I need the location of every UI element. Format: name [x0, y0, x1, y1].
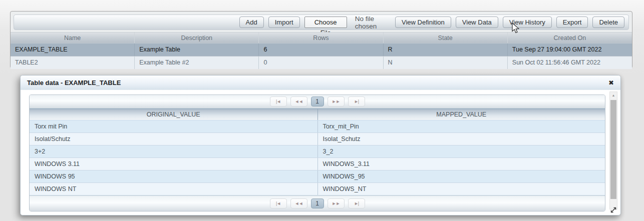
pager-bottom: |◄ ◄◄ 1 ►► ►|: [30, 196, 605, 211]
close-icon[interactable]: ✖: [608, 80, 614, 86]
export-button[interactable]: Export: [556, 16, 588, 28]
column-header-name[interactable]: Name: [11, 32, 135, 43]
pager-page-1-button[interactable]: 1: [311, 198, 324, 208]
view-definition-button[interactable]: View Definition: [395, 16, 451, 28]
column-header-state[interactable]: State: [384, 32, 508, 43]
import-button[interactable]: Import: [268, 16, 300, 28]
cell-rows: 6: [259, 44, 383, 56]
cell-description: Example Table: [135, 44, 259, 56]
column-header-original-value[interactable]: ORIGINAL_VALUE: [30, 109, 317, 120]
table-data-dialog: Table data - EXAMPLE_TABLE ✖ |◄ ◄◄ 1 ►► …: [20, 75, 621, 216]
cell-created-on: Sun Oct 02 11:56:46 GMT 2022: [508, 56, 632, 69]
cell-mapped-value: WINDOWS_3.11: [317, 158, 605, 170]
pager-last-button[interactable]: ►|: [348, 198, 365, 208]
toolbar-left-group: Add Import Choose File No file chosen: [239, 15, 395, 30]
view-data-button[interactable]: View Data: [456, 16, 498, 28]
cell-original-value: Isolat/Schutz: [30, 133, 317, 145]
pager-first-button[interactable]: |◄: [270, 198, 287, 208]
delete-button[interactable]: Delete: [592, 16, 624, 28]
pager-next-button[interactable]: ►►: [328, 96, 345, 106]
toolbar-right-group: View Definition View Data View History E…: [395, 16, 624, 28]
mouse-cursor-icon: [512, 22, 520, 34]
cell-mapped-value: WINDOWS_95: [317, 170, 605, 182]
cell-mapped-value: Torx_mit_Pin: [317, 120, 605, 132]
resize-grip-icon[interactable]: [610, 207, 616, 213]
pager-first-button[interactable]: |◄: [270, 96, 287, 106]
cell-original-value: 3+2: [30, 146, 317, 158]
dialog-grid-header: ORIGINAL_VALUE MAPPED_VALUE: [30, 108, 605, 120]
page: { "toolbar": { "add": "Add", "import": "…: [0, 0, 644, 221]
dialog-row[interactable]: Torx mit Pin Torx_mit_Pin: [30, 120, 605, 133]
cell-mapped-value: 3_2: [317, 146, 605, 158]
cell-mapped-value: Isolat_Schutz: [317, 133, 605, 145]
cell-created-on: Tue Sep 27 19:04:00 GMT 2022: [508, 44, 632, 56]
table-list-panel: Add Import Choose File No file chosen Vi…: [10, 11, 632, 68]
dialog-row[interactable]: WINDOWS 95 WINDOWS_95: [30, 170, 605, 183]
cell-name: TABLE2: [11, 56, 135, 69]
scrollbar-thumb[interactable]: [610, 100, 616, 199]
pager-next-button[interactable]: ►►: [328, 198, 345, 208]
pager-prev-button[interactable]: ◄◄: [290, 198, 307, 208]
column-header-rows[interactable]: Rows: [259, 32, 383, 43]
dialog-row[interactable]: Isolat/Schutz Isolat_Schutz: [30, 133, 605, 146]
pager-last-button[interactable]: ►|: [348, 96, 365, 106]
view-history-button[interactable]: View History: [503, 16, 552, 28]
table-row-selected[interactable]: EXAMPLE_TABLE Example Table 6 R Tue Sep …: [11, 43, 632, 56]
table-list: Name Description Rows State Created On E…: [11, 32, 632, 69]
file-chosen-label: No file chosen: [355, 15, 395, 30]
cell-original-value: WINDOWS 3.11: [30, 158, 317, 170]
dialog-title: Table data - EXAMPLE_TABLE: [27, 79, 121, 86]
pager-page-1-button[interactable]: 1: [311, 96, 324, 106]
cell-original-value: WINDOWS NT: [30, 183, 317, 195]
dialog-titlebar[interactable]: Table data - EXAMPLE_TABLE ✖: [21, 76, 620, 90]
dialog-scrollbar[interactable]: ▲: [609, 92, 617, 210]
dialog-row[interactable]: 3+2 3_2: [30, 146, 605, 158]
choose-file-button[interactable]: Choose File: [304, 16, 347, 28]
dialog-grid: |◄ ◄◄ 1 ►► ►| ORIGINAL_VALUE MAPPED_VALU…: [29, 94, 605, 212]
cell-state: N: [384, 56, 508, 69]
cell-rows: 0: [259, 56, 383, 69]
scrollbar-up-icon[interactable]: ▲: [610, 92, 617, 99]
cell-state: R: [384, 44, 508, 56]
dialog-row[interactable]: WINDOWS 3.11 WINDOWS_3.11: [30, 158, 605, 170]
cell-mapped-value: WINDOWS_NT: [317, 183, 605, 195]
column-header-description[interactable]: Description: [135, 32, 259, 43]
toolbar: Add Import Choose File No file chosen Vi…: [14, 14, 629, 30]
add-button[interactable]: Add: [239, 16, 264, 28]
dialog-row[interactable]: WINDOWS NT WINDOWS_NT: [30, 183, 605, 196]
pager-prev-button[interactable]: ◄◄: [290, 96, 307, 106]
cell-original-value: WINDOWS 95: [30, 170, 317, 182]
cell-original-value: Torx mit Pin: [30, 120, 317, 132]
cell-description: Example Table #2: [135, 56, 259, 69]
cell-name: EXAMPLE_TABLE: [11, 44, 135, 56]
table-list-header-row: Name Description Rows State Created On: [11, 32, 632, 43]
pager-top: |◄ ◄◄ 1 ►► ►|: [30, 95, 605, 108]
column-header-created-on[interactable]: Created On: [508, 32, 632, 43]
column-header-mapped-value[interactable]: MAPPED_VALUE: [317, 109, 605, 120]
table-row[interactable]: TABLE2 Example Table #2 0 N Sun Oct 02 1…: [11, 56, 632, 69]
